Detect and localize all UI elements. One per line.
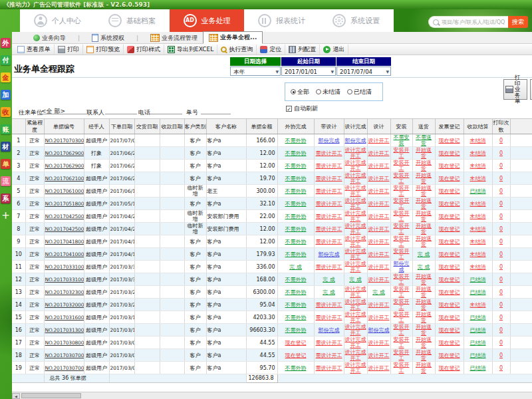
status-link[interactable]: 设计开工 xyxy=(368,315,390,321)
status-link[interactable]: 设计完成开工 xyxy=(345,299,366,311)
column-header-下单日期[interactable]: 下单日期 xyxy=(109,119,134,134)
print-order-button[interactable]: 打印业务单 xyxy=(503,79,527,100)
status-link[interactable]: 0 xyxy=(499,176,503,182)
status-link[interactable]: 已结清 xyxy=(470,327,486,333)
status-link[interactable]: 已结清 xyxy=(470,340,486,346)
status-link[interactable]: 现在登记 xyxy=(439,188,460,194)
order-number-link[interactable]: NO.201704180001 xyxy=(45,239,84,245)
toolbar-button-打印[interactable]: 打印 xyxy=(55,45,83,55)
status-link[interactable]: 安装开工 xyxy=(394,336,410,348)
status-link[interactable]: 设计完成开工 xyxy=(345,261,366,273)
subtab-业务向导[interactable]: 业务向导 xyxy=(28,33,71,43)
status-link[interactable]: 0 xyxy=(499,251,503,257)
column-header-外协完成[interactable]: 外协完成 xyxy=(277,119,314,134)
status-link[interactable]: 不需外协 xyxy=(285,150,307,156)
column-header-安装[interactable]: 安装 xyxy=(390,119,412,134)
status-link[interactable]: 需设计开工 xyxy=(316,264,342,270)
order-number-link[interactable]: NO.201705180001 xyxy=(45,201,84,207)
nav-tab-报表统计[interactable]: 报表统计 xyxy=(244,9,319,32)
column-header-打印次数[interactable]: 打印次数 xyxy=(492,119,510,134)
status-link[interactable]: 需设计开工 xyxy=(316,340,342,346)
order-number-link[interactable]: NO.201706100001 xyxy=(45,188,84,194)
radio-option-全部[interactable]: 全部 xyxy=(291,88,309,96)
column-header-发票登记[interactable]: 发票登记 xyxy=(435,119,464,134)
status-link[interactable]: 开始送货 xyxy=(416,185,432,197)
status-link[interactable]: 不需外协 xyxy=(285,201,307,207)
status-link[interactable]: 安装开工 xyxy=(394,311,410,323)
status-link[interactable]: 需设计开工 xyxy=(316,365,342,371)
order-number-link[interactable]: NO.201706290001 xyxy=(45,163,84,169)
status-link[interactable]: 现在登记 xyxy=(439,226,460,232)
sidebar-item-单[interactable]: 单 xyxy=(1,159,11,169)
status-link[interactable]: 需设计开工 xyxy=(316,302,342,308)
form-field-单号[interactable] xyxy=(201,107,231,114)
status-link[interactable]: 开始送货 xyxy=(416,336,432,348)
subtab-业务单全程...[interactable]: 业务单全程... xyxy=(203,31,263,44)
status-link[interactable]: 不需外协 xyxy=(285,289,307,295)
status-link[interactable]: 0 xyxy=(499,239,503,245)
status-link[interactable]: 设计开工 xyxy=(368,365,390,371)
status-link[interactable]: 设计开工 xyxy=(368,201,390,207)
column-header-单据编号[interactable]: 单据编号 xyxy=(44,119,84,134)
status-link[interactable]: 现在登记 xyxy=(439,264,460,270)
radio-option-已结清[interactable]: 已结清 xyxy=(347,88,372,96)
nav-tab-业务处理[interactable]: 业务处理 xyxy=(170,9,244,32)
status-link[interactable]: 开始送货 xyxy=(416,362,432,374)
status-link[interactable]: 0 xyxy=(499,201,503,207)
status-link[interactable]: 设计开工 xyxy=(368,340,390,346)
status-link[interactable]: 需设计开工 xyxy=(316,150,342,156)
status-link[interactable]: 完 成 xyxy=(418,264,430,270)
status-link[interactable]: 未结清 xyxy=(470,264,486,270)
status-link[interactable]: 已结清 xyxy=(470,352,486,358)
sidebar-item-收[interactable]: 收 xyxy=(1,107,11,117)
status-link[interactable]: 需设计开工 xyxy=(316,201,342,207)
status-link[interactable]: 部份完成 xyxy=(368,327,390,333)
order-number-link[interactable]: NO.201707030001 xyxy=(45,138,84,144)
status-link[interactable]: 设计开工 xyxy=(368,150,390,156)
order-number-link[interactable]: NO.201703200001 xyxy=(45,302,84,308)
column-header-交货日期[interactable]: 交货日期 xyxy=(134,119,160,134)
status-link[interactable]: 安装开工 xyxy=(394,299,410,311)
status-link[interactable]: 安装开工 xyxy=(394,273,410,285)
status-link[interactable]: 部份完成 xyxy=(345,138,366,144)
status-link[interactable]: 开始送货 xyxy=(416,311,432,323)
sidebar-item-+[interactable]: + xyxy=(1,211,11,221)
status-link[interactable]: 已结清 xyxy=(470,277,486,283)
status-link[interactable]: 需设计开工 xyxy=(316,352,342,358)
status-link[interactable]: 开始送货 xyxy=(416,198,432,209)
radio-option-未结清[interactable]: 未结清 xyxy=(316,88,340,96)
auto-refresh-checkbox[interactable]: ✓ 自动刷新 xyxy=(286,104,318,113)
status-link[interactable]: 不需外协 xyxy=(285,176,307,182)
status-link[interactable]: 开始送货 xyxy=(416,223,432,235)
status-link[interactable]: 开始送货 xyxy=(416,235,432,247)
status-link[interactable]: 不需外协 xyxy=(285,138,307,144)
status-link[interactable]: 完 成 xyxy=(418,251,430,257)
toolbar-button-查看原单[interactable]: 查看原单 xyxy=(14,45,55,55)
status-link[interactable]: 需设计开工 xyxy=(316,239,342,245)
status-link[interactable]: 未结清 xyxy=(470,239,486,245)
order-number-link[interactable]: NO.201703070006 xyxy=(45,365,84,371)
status-link[interactable]: 现在登记 xyxy=(285,340,307,346)
status-link[interactable]: 现在登记 xyxy=(439,213,460,219)
status-link[interactable]: 完 成 xyxy=(323,289,335,295)
status-link[interactable]: 现在登记 xyxy=(439,277,460,283)
status-link[interactable]: 0 xyxy=(499,213,503,219)
status-link[interactable]: 不需外协 xyxy=(285,239,307,245)
status-link[interactable]: 现在登记 xyxy=(439,201,460,207)
status-link[interactable]: 现在登记 xyxy=(285,352,307,358)
status-link[interactable]: 设计完成开工 xyxy=(345,248,366,260)
order-number-link[interactable]: NO.201704100001 xyxy=(45,251,84,257)
status-link[interactable]: 安装开工 xyxy=(394,160,410,172)
status-link[interactable]: 设计完成开工 xyxy=(345,172,366,184)
form-field-联系人[interactable] xyxy=(105,107,137,114)
subtab-业务流程管理[interactable]: 业务流程管理 xyxy=(145,33,203,43)
status-link[interactable]: 不需外协 xyxy=(285,251,307,257)
status-link[interactable]: 不需安装 xyxy=(394,134,410,146)
status-link[interactable]: 需设计开工 xyxy=(316,315,342,321)
status-link[interactable]: 开始送货 xyxy=(416,147,432,159)
status-link[interactable]: 未结清 xyxy=(470,213,486,219)
status-link[interactable]: 不需外协 xyxy=(285,277,307,283)
sidebar-item-金[interactable]: 金 xyxy=(1,72,11,82)
scrollbar-thumb[interactable] xyxy=(21,393,81,398)
status-link[interactable]: 开始送货 xyxy=(416,299,432,311)
